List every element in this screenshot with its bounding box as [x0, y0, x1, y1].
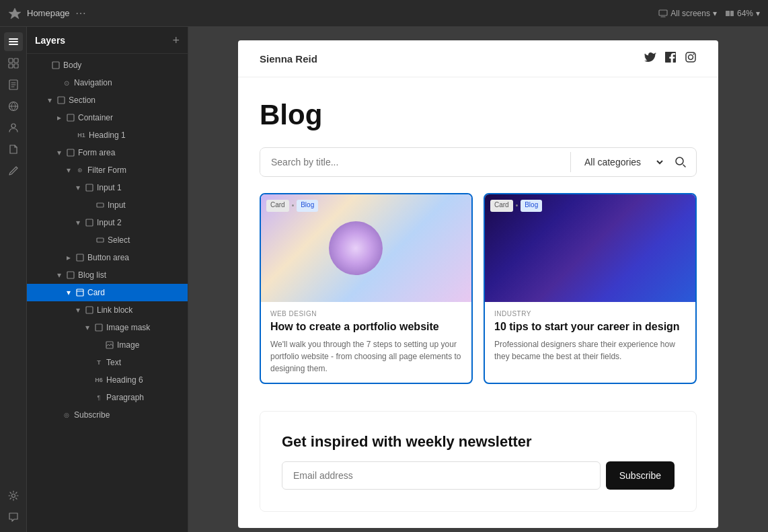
svg-rect-20 — [86, 219, 93, 226]
card-label-1: Card — [266, 200, 289, 212]
layer-filter-form[interactable]: ▾ ⊛ Filter Form — [27, 161, 188, 179]
search-button[interactable] — [665, 149, 696, 175]
newsletter-section: Get inspired with weekly newsletter Subs… — [260, 411, 697, 512]
screens-selector[interactable]: All screens ▾ — [658, 9, 717, 18]
card-category-2: INDUSTRY — [494, 310, 686, 317]
blog-content-area: Blog All categories — [238, 77, 718, 411]
layer-image[interactable]: Image — [27, 336, 188, 354]
blog-page-title: Blog — [260, 99, 697, 131]
card-label-2: Card — [490, 200, 513, 212]
chevron-down-icon: ▾ — [46, 96, 54, 104]
svg-rect-2 — [730, 11, 734, 16]
site-header: Sienna Reid — [238, 40, 718, 77]
button-area-icon — [75, 253, 85, 262]
users-rail-icon[interactable] — [4, 118, 23, 137]
h6-icon: H6 — [94, 375, 104, 385]
newsletter-email-input[interactable] — [282, 461, 601, 490]
svg-rect-14 — [52, 62, 59, 69]
section-icon — [56, 96, 66, 105]
form-area-icon — [66, 148, 75, 157]
layers-rail-icon[interactable] — [4, 32, 23, 51]
card-desc-1: We'll walk you through the 7 steps to se… — [270, 338, 462, 375]
layer-input[interactable]: Input — [27, 196, 188, 214]
svg-point-30 — [693, 54, 695, 55]
svg-rect-3 — [9, 38, 18, 40]
chat-rail-icon[interactable] — [4, 508, 23, 527]
components-rail-icon[interactable] — [4, 54, 23, 73]
files-rail-icon[interactable] — [4, 140, 23, 159]
chevron-down-icon: ▾ — [55, 271, 63, 279]
subscribe-icon: ◎ — [62, 410, 71, 420]
facebook-icon[interactable] — [664, 51, 677, 66]
page-options-icon[interactable]: ⋯ — [75, 7, 86, 20]
layer-heading6[interactable]: H6 Heading 6 — [27, 371, 188, 389]
layer-blog-list[interactable]: ▾ Blog list — [27, 266, 188, 284]
zoom-selector[interactable]: 64% ▾ — [725, 9, 760, 18]
layer-button-area[interactable]: ▸ Button area — [27, 249, 188, 266]
card-title-2: 10 tips to start your career in design — [494, 320, 686, 334]
app-logo-icon — [8, 7, 22, 20]
svg-rect-26 — [95, 324, 102, 331]
topbar-left: Homepage ⋯ — [8, 7, 86, 20]
chevron-down-icon: ▾ — [74, 219, 82, 227]
layer-form-area[interactable]: ▾ Form area — [27, 144, 188, 161]
select-icon — [95, 235, 105, 245]
chevron-icon — [40, 61, 48, 69]
pages-rail-icon[interactable] — [4, 75, 23, 94]
layer-text[interactable]: T Text — [27, 354, 188, 371]
chevron-icon — [51, 411, 59, 419]
nav-icon: ⊙ — [62, 78, 71, 87]
card-icon — [75, 288, 85, 297]
layer-paragraph[interactable]: ¶ Paragraph — [27, 389, 188, 406]
blog-card-1[interactable]: Card • Blog WEB DESIGN How to create a p… — [260, 193, 473, 384]
blog-card-2[interactable]: Card • Blog INDUSTRY 10 tips to start yo… — [484, 193, 697, 384]
draw-rail-icon[interactable] — [4, 161, 23, 180]
layer-input1[interactable]: ▾ Input 1 — [27, 179, 188, 196]
chevron-down-icon: ▾ — [65, 289, 73, 297]
chevron-icon — [94, 341, 102, 349]
layer-card[interactable]: ▾ Card — [27, 284, 188, 301]
icon-rail — [0, 27, 27, 532]
svg-rect-4 — [9, 41, 18, 42]
layer-image-mask[interactable]: ▾ Image mask — [27, 319, 188, 336]
chevron-icon: ▸ — [55, 114, 63, 122]
input2-icon — [85, 218, 94, 227]
newsletter-subscribe-button[interactable]: Subscribe — [606, 461, 675, 490]
chevron-icon — [83, 393, 91, 402]
layer-navigation[interactable]: ⊙ Navigation — [27, 74, 188, 91]
layer-link-block[interactable]: ▾ Link block — [27, 301, 188, 319]
layer-select[interactable]: Select — [27, 231, 188, 249]
svg-rect-7 — [14, 59, 18, 63]
layer-section[interactable]: ▾ Section — [27, 91, 188, 109]
add-layer-button[interactable]: + — [172, 34, 180, 46]
settings-rail-icon[interactable] — [4, 486, 23, 505]
search-input[interactable] — [260, 149, 570, 176]
input1-icon — [85, 183, 94, 192]
svg-rect-1 — [726, 11, 730, 16]
filter-icon: ⊛ — [75, 165, 85, 175]
category-select[interactable]: All categories — [571, 148, 665, 176]
layers-title: Layers — [35, 35, 65, 46]
chevron-down-icon: ▾ — [74, 306, 82, 314]
page-title: Homepage — [27, 8, 70, 18]
svg-rect-9 — [14, 64, 18, 68]
layer-subscribe[interactable]: ◎ Subscribe — [27, 406, 188, 424]
svg-rect-23 — [67, 272, 74, 278]
globe-rail-icon[interactable] — [4, 97, 23, 116]
instagram-icon[interactable] — [685, 51, 697, 66]
svg-rect-8 — [9, 64, 13, 68]
chevron-down-icon: ▾ — [83, 324, 91, 332]
main-layout: Layers + Body ⊙ Navigation — [0, 27, 768, 532]
svg-rect-22 — [77, 254, 83, 261]
search-bar: All categories — [260, 147, 697, 177]
layer-input2[interactable]: ▾ Input 2 — [27, 214, 188, 231]
layer-container[interactable]: ▸ Container — [27, 109, 188, 126]
twitter-icon[interactable] — [644, 51, 656, 66]
layer-body[interactable]: Body — [27, 56, 188, 74]
layer-heading1[interactable]: H1 Heading 1 — [27, 126, 188, 144]
canvas-area: Sienna Reid Blog — [188, 27, 768, 532]
svg-rect-16 — [67, 114, 74, 121]
chevron-icon — [51, 79, 59, 87]
chevron-down-icon: ▾ — [74, 184, 82, 192]
chevron-icon — [85, 201, 93, 209]
